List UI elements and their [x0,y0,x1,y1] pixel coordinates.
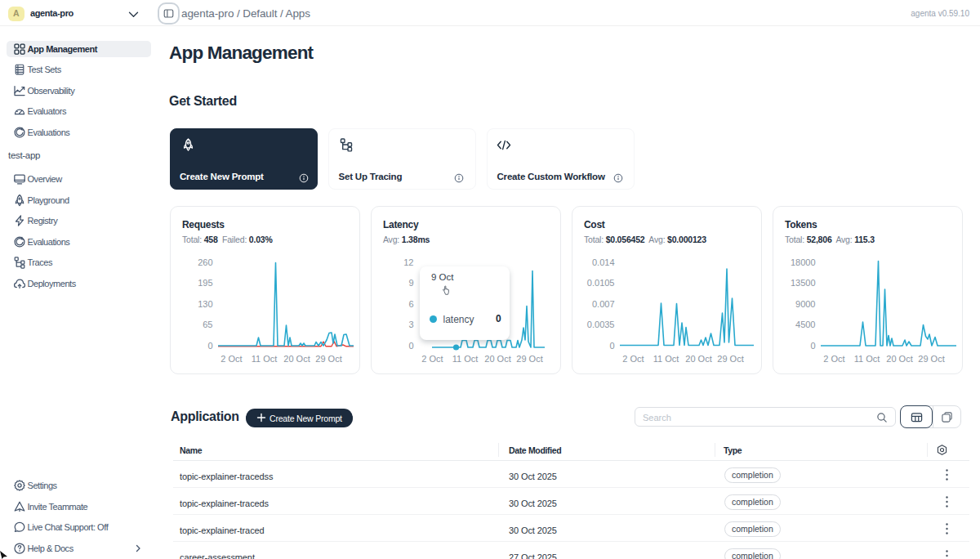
svg-text:20 Oct: 20 Oct [484,354,510,364]
svg-text:2 Oct: 2 Oct [823,354,844,364]
svg-text:0.014: 0.014 [592,257,615,267]
svg-text:29 Oct: 29 Oct [516,354,542,364]
svg-text:9000: 9000 [795,299,815,309]
svg-text:0.0105: 0.0105 [587,278,615,288]
svg-text:20 Oct: 20 Oct [685,354,711,364]
svg-text:11 Oct: 11 Oct [854,354,880,364]
svg-text:0: 0 [609,341,614,351]
svg-text:2 Oct: 2 Oct [421,354,443,364]
svg-text:11 Oct: 11 Oct [653,354,679,364]
svg-text:195: 195 [198,278,212,288]
svg-text:3: 3 [408,320,413,329]
svg-text:29 Oct: 29 Oct [315,354,341,364]
svg-text:0.007: 0.007 [592,299,615,309]
svg-text:2 Oct: 2 Oct [622,354,644,364]
svg-text:29 Oct: 29 Oct [717,354,743,364]
svg-text:2 Oct: 2 Oct [220,354,242,364]
svg-text:6: 6 [408,299,413,309]
svg-text:20 Oct: 20 Oct [283,354,310,364]
svg-text:4500: 4500 [795,320,815,329]
svg-text:20 Oct: 20 Oct [886,354,912,364]
svg-text:0: 0 [207,341,212,351]
svg-text:12: 12 [403,257,413,267]
svg-text:29 Oct: 29 Oct [918,354,944,364]
svg-text:18000: 18000 [791,257,816,267]
svg-text:0: 0 [408,341,413,351]
svg-text:11 Oct: 11 Oct [252,354,278,364]
svg-text:130: 130 [198,299,212,309]
svg-text:13500: 13500 [791,278,816,288]
svg-text:0.0035: 0.0035 [587,320,615,329]
svg-text:260: 260 [198,257,212,267]
svg-text:9: 9 [408,278,413,288]
svg-text:0: 0 [810,341,815,351]
svg-text:11 Oct: 11 Oct [452,354,479,364]
svg-text:65: 65 [203,320,212,329]
